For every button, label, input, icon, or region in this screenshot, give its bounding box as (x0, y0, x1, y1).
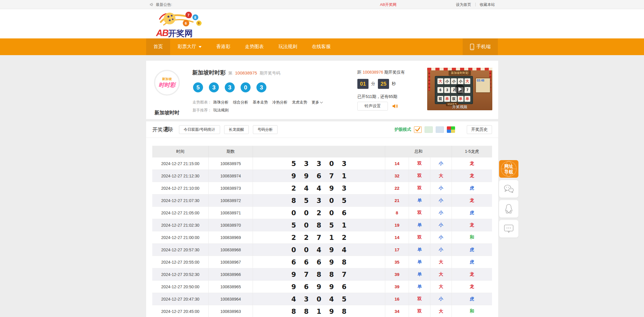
wechat-widget[interactable] (499, 180, 518, 198)
row-odd-even: 单 (409, 256, 430, 268)
site-logo[interactable]: ★ ★ ★ ★ 7 8 6 9 AB开奖网 (155, 10, 205, 38)
nav-item-service[interactable]: 在线客服 (305, 38, 338, 55)
link-comprehensive-analysis[interactable]: 综合分析 (233, 100, 248, 105)
current-draw-panel: 新加坡 时时彩 新加坡时时彩 新加坡时时彩 第 100838975 期开奖号码 … (146, 61, 498, 119)
video-info-note: 03:48 (475, 78, 491, 93)
sound-on-icon[interactable] (392, 103, 398, 109)
mobile-version-button[interactable]: 手机端 (463, 38, 498, 55)
number-analysis-button[interactable]: 号码分析 (253, 125, 278, 134)
nav-item-trend-charts[interactable]: 走势图表 (238, 38, 271, 55)
winning-numbers: 5 3 3 0 3 (193, 82, 266, 92)
row-odd-even: 双 (409, 182, 430, 194)
qq-widget[interactable] (499, 200, 518, 218)
theme-green-swatch[interactable] (425, 126, 433, 133)
row-big-small: 小 (430, 293, 452, 305)
streak-alert-button[interactable]: 长龙提醒 (224, 125, 249, 134)
row-issue: 100838966 (209, 268, 253, 280)
row-big-small: 小 (430, 244, 452, 256)
table-row: 2024-12-27 21:07:30 100838972 85305 21 单… (152, 194, 492, 207)
number-ball: 3 (256, 82, 266, 92)
row-big-small: 小 (430, 207, 452, 219)
link-hot-cold-analysis[interactable]: 冷热分析 (272, 100, 288, 105)
link-basic-trend[interactable]: 基本走势 (253, 100, 268, 105)
row-dragon-tiger: 虎 (452, 207, 492, 219)
play-icon[interactable] (455, 84, 465, 94)
row-sum: 14 (385, 231, 409, 243)
row-time: 2024-12-27 21:02:30 (152, 219, 209, 231)
badge-line1: 新加坡 (162, 77, 172, 81)
draw-title: 新加坡时时彩 第 100838975 期开奖号码 (192, 69, 280, 77)
row-dragon-tiger: 龙 (452, 268, 492, 280)
theme-color-swatch[interactable] (447, 126, 455, 133)
table-row: 2024-12-27 21:10:00 100838973 24493 22 双… (152, 182, 492, 194)
minutes-unit: 分 (371, 81, 375, 87)
table-row: 2024-12-27 21:02:30 100838970 50851 19 单… (152, 219, 492, 231)
chat-widget[interactable] (499, 220, 518, 238)
more-link[interactable]: 更多 (312, 100, 322, 105)
row-odd-even: 双 (409, 207, 430, 219)
draw-progress-text: 已开511期，还有65期 (357, 94, 397, 99)
row-dragon-tiger: 虎 (452, 244, 492, 256)
draw-lottery-name: 新加坡时时彩 (192, 69, 226, 77)
draw-history-button[interactable]: 开奖历史 (467, 125, 492, 134)
header-numbers (253, 146, 385, 157)
row-dragon-tiger: 虎 (452, 256, 492, 268)
site-link[interactable]: AB开奖网 (380, 0, 396, 9)
svg-text:6: 6 (185, 21, 187, 26)
link-luzhu-analysis[interactable]: 路珠分析 (213, 100, 229, 105)
row-sum: 35 (385, 256, 409, 268)
ring-settings-button[interactable]: 铃声设置 (357, 102, 388, 111)
row-issue: 100838969 (209, 231, 253, 243)
nav-item-hongkong[interactable]: 香港彩 (209, 38, 238, 55)
announcement-label: 最新公告: (156, 2, 172, 7)
row-odd-even: 单 (409, 219, 430, 231)
row-time: 2024-12-27 21:10:00 (152, 182, 209, 194)
table-row: 2024-12-27 21:12:30 100838974 99671 32 双… (152, 170, 492, 182)
next-issue-number: 100838976 (363, 70, 383, 74)
trend-links-row: 走势图表： 路珠分析 综合分析 基本走势 冷热分析 龙虎走势 更多 (192, 100, 322, 105)
today-stats-button[interactable]: 今日双面/号码统计 (179, 125, 220, 134)
countdown-timer: 01 分 25 秒 (357, 79, 396, 89)
row-time: 2024-12-27 20:52:30 (152, 268, 209, 280)
row-numbers: 88198 (253, 305, 385, 317)
chat-bubble-icon (503, 224, 514, 233)
draw-video-thumbnail[interactable]: 新加坡时时彩 大 小 小 小 大 6 3 2 3 7 双 单 双 单 单 (427, 68, 492, 110)
table-row: 2024-12-27 20:47:30 100838964 43045 16 双… (152, 293, 492, 305)
video-title-sign: 新加坡时时彩 (449, 70, 471, 76)
row-odd-even: 单 (409, 194, 430, 206)
header-time: 时间 (152, 146, 209, 157)
row-time: 2024-12-27 21:05:00 (152, 207, 209, 219)
link-dragon-tiger-trend[interactable]: 龙虎走势 (292, 100, 307, 105)
svg-text:★: ★ (170, 14, 173, 17)
nav-item-lottery-hall[interactable]: 彩票大厅 (170, 38, 209, 55)
row-numbers: 85305 (253, 194, 385, 206)
svg-text:★: ★ (168, 18, 171, 22)
row-time: 2024-12-27 21:00:00 (152, 231, 209, 243)
countdown-seconds: 25 (378, 79, 389, 89)
row-numbers: 66698 (253, 256, 385, 268)
nav-item-rules[interactable]: 玩法规则 (271, 38, 305, 55)
bookmark-link[interactable]: 收藏本站 (476, 2, 499, 7)
row-sum: 21 (385, 194, 409, 206)
video-board: 大 小 小 小 大 6 3 2 3 7 双 单 双 单 单 (435, 76, 473, 104)
theme-blue-swatch[interactable] (436, 126, 444, 133)
row-big-small: 大 (430, 281, 452, 293)
row-time: 2024-12-27 20:55:00 (152, 256, 209, 268)
logo-ab: AB (156, 28, 168, 38)
row-time: 2024-12-27 20:45:00 (152, 305, 209, 317)
eye-mode-checkbox[interactable] (414, 126, 422, 133)
row-odd-even: 单 (409, 268, 430, 280)
link-play-rules[interactable]: 玩法规则 (213, 108, 229, 113)
nav-item-home[interactable]: 首页 (146, 38, 170, 55)
row-sum: 19 (385, 219, 409, 231)
eye-mode-cluster: 护眼模式 开奖历史 (395, 125, 492, 134)
site-navigation-widget[interactable]: 网址 导航 (499, 160, 518, 178)
top-bar: 最新公告: AB开奖网 设为首页 收藏本站 (0, 0, 644, 9)
number-ball: 5 (193, 82, 203, 92)
main-nav: 首页 彩票大厅 香港彩 走势图表 玩法规则 在线客服 手机端 (0, 38, 644, 55)
set-home-link[interactable]: 设为首页 (452, 2, 475, 7)
issue-prefix: 第 (228, 71, 232, 76)
svg-text:9: 9 (198, 21, 200, 25)
row-big-small: 大 (430, 170, 452, 182)
row-odd-even: 双 (409, 231, 430, 243)
